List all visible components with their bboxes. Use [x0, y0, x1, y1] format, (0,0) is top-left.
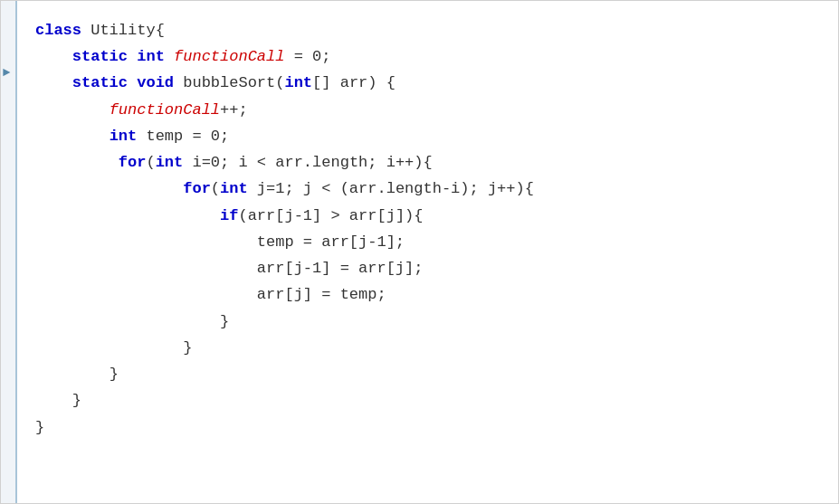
plain-indent: [35, 101, 110, 119]
keyword-void: void: [137, 74, 174, 91]
keyword-int: int: [137, 48, 165, 65]
plain-text: bubbleSort(: [174, 74, 284, 91]
plain-indent: [35, 128, 110, 145]
keyword-if: if: [220, 207, 238, 224]
plain-text: temp = 0;: [137, 128, 229, 145]
plain-text: (: [146, 154, 155, 171]
code-line-16: }: [35, 414, 829, 441]
plain-indent: [35, 74, 72, 91]
code-line-1: class Utility{: [35, 17, 829, 43]
plain-text: ++;: [220, 101, 248, 119]
editor-container: ► class Utility{ static int functionCall…: [0, 0, 839, 504]
plain-indent: [35, 233, 257, 251]
keyword-static2: static: [72, 74, 128, 91]
keyword-int5: int: [220, 180, 248, 197]
plain-indent: [35, 154, 119, 171]
code-line-7: for(int j=1; j < (arr.length-i); j++){: [35, 176, 829, 202]
plain-indent: [35, 339, 183, 357]
plain-indent: [35, 180, 183, 197]
keyword-for: for: [119, 154, 147, 171]
plain-brace: }: [72, 392, 81, 409]
plain-brace: }: [110, 366, 119, 383]
plain-text: temp = arr[j-1];: [257, 233, 405, 251]
plain-indent: [35, 313, 220, 330]
code-line-13: }: [35, 335, 829, 361]
code-line-14: }: [35, 361, 829, 387]
code-line-10: arr[j-1] = arr[j];: [35, 255, 829, 281]
plain-indent: [35, 392, 72, 409]
code-line-2: static int functionCall = 0;: [35, 43, 829, 70]
code-line-12: }: [35, 309, 829, 335]
code-line-15: }: [35, 387, 829, 414]
keyword-static: static: [72, 48, 128, 65]
plain-indent: [35, 366, 110, 383]
plain-text: Utility{: [81, 22, 165, 39]
plain-brace: }: [220, 313, 229, 330]
arrow-indicator: ►: [3, 66, 10, 79]
var-functionCall: functionCall: [174, 48, 284, 65]
plain-space: [128, 74, 137, 91]
code-line-6: for(int i=0; i < arr.length; i++){: [35, 149, 829, 176]
plain-text: arr[j] = temp;: [257, 286, 386, 303]
keyword-int4: int: [156, 154, 184, 171]
plain-indent: [35, 260, 257, 277]
plain-text: (arr[j-1] > arr[j]){: [238, 207, 423, 224]
code-line-4: functionCall++;: [35, 97, 829, 123]
code-area[interactable]: class Utility{ static int functionCall =…: [17, 1, 838, 503]
code-line-8: if(arr[j-1] > arr[j]){: [35, 203, 829, 229]
plain-text: j=1; j < (arr.length-i); j++){: [248, 180, 534, 197]
code-line-5: int temp = 0;: [35, 123, 829, 149]
plain-indent: [35, 207, 220, 224]
keyword-int3: int: [110, 128, 138, 145]
var-functionCall2: functionCall: [110, 101, 220, 119]
plain-brace: }: [35, 419, 44, 436]
plain-indent: [35, 286, 257, 303]
plain-space: [128, 48, 137, 65]
code-line-3: static void bubbleSort(int[] arr) {: [35, 70, 829, 96]
plain-text: [165, 48, 174, 65]
plain-text: (: [211, 180, 220, 197]
keyword-for2: for: [183, 180, 211, 197]
plain-text: arr[j-1] = arr[j];: [257, 260, 424, 277]
keyword-int2: int: [284, 74, 312, 91]
keyword-class: class: [35, 22, 81, 39]
plain-text: [] arr) {: [312, 74, 396, 91]
plain-text: i=0; i < arr.length; i++){: [183, 154, 432, 171]
code-line-11: arr[j] = temp;: [35, 281, 829, 308]
plain-brace: }: [183, 339, 192, 357]
code-line-9: temp = arr[j-1];: [35, 229, 829, 255]
plain-indent: [35, 48, 72, 65]
left-gutter: ►: [1, 1, 17, 503]
plain-text: = 0;: [284, 48, 330, 65]
